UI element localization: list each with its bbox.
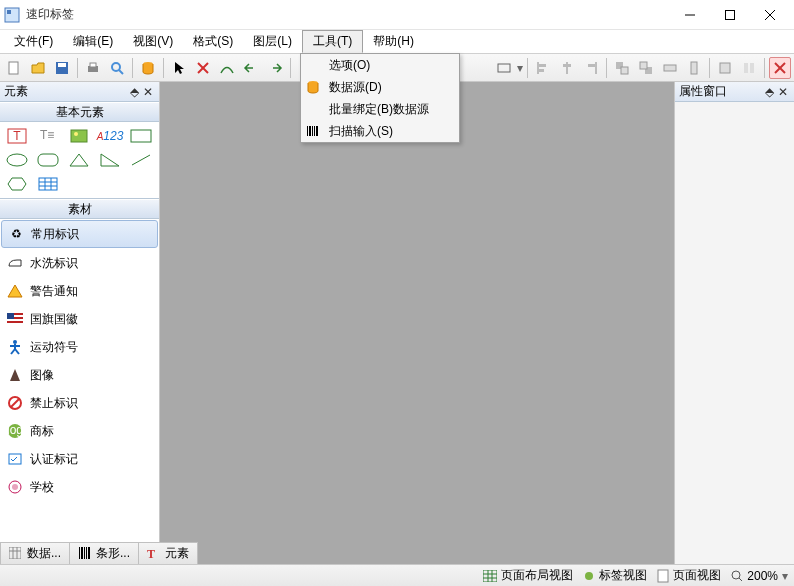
- print-icon[interactable]: [82, 57, 104, 79]
- material-item-common[interactable]: ♻常用标识: [1, 220, 158, 248]
- basic-elements-header[interactable]: 基本元素: [0, 102, 159, 122]
- separator: [527, 58, 528, 78]
- material-item-flag[interactable]: 国旗国徽: [0, 305, 159, 333]
- svg-rect-60: [7, 313, 14, 319]
- basic-elements-grid: T T≡ A123: [0, 122, 159, 198]
- label-view-button[interactable]: 标签视图: [583, 567, 647, 584]
- text-tool-icon[interactable]: T: [4, 126, 30, 146]
- image-tool-icon[interactable]: [66, 126, 92, 146]
- barcode-icon: [78, 547, 92, 561]
- undo-icon[interactable]: [240, 57, 262, 79]
- separator: [764, 58, 765, 78]
- menu-scaninput[interactable]: 扫描输入(S): [301, 120, 459, 142]
- zoom-dropdown-icon[interactable]: ▾: [782, 569, 788, 583]
- close-button[interactable]: [750, 1, 790, 29]
- hexagon-icon[interactable]: [4, 174, 30, 194]
- material-item-image[interactable]: 图像: [0, 361, 159, 389]
- menu-options[interactable]: 选项(O): [301, 54, 459, 76]
- tab-element[interactable]: T元素: [138, 542, 198, 564]
- pin-icon[interactable]: ⬘: [762, 85, 776, 99]
- zoom-value: 200%: [747, 569, 778, 583]
- menu-batchbind[interactable]: 批量绑定(B)数据源: [301, 98, 459, 120]
- preview-icon[interactable]: [106, 57, 128, 79]
- cancel-tool-icon[interactable]: [769, 57, 791, 79]
- zoom-control[interactable]: 200% ▾: [731, 569, 788, 583]
- rounded-rect-icon[interactable]: [35, 150, 61, 170]
- design-canvas[interactable]: [160, 82, 674, 564]
- svg-rect-19: [539, 69, 544, 72]
- material-item-forbidden[interactable]: 禁止标识: [0, 389, 159, 417]
- line-icon[interactable]: [128, 150, 154, 170]
- tab-barcode[interactable]: 条形...: [69, 542, 139, 564]
- svg-point-47: [7, 154, 27, 166]
- material-item-sport[interactable]: 运动符号: [0, 333, 159, 361]
- group2-icon[interactable]: [635, 57, 657, 79]
- svg-rect-82: [483, 570, 497, 582]
- tab-data[interactable]: 数据...: [0, 542, 70, 564]
- delete-icon[interactable]: [192, 57, 214, 79]
- group1-icon[interactable]: [611, 57, 633, 79]
- pointer-icon[interactable]: [168, 57, 190, 79]
- align-center-icon[interactable]: [556, 57, 578, 79]
- group4-icon[interactable]: [683, 57, 705, 79]
- table-icon[interactable]: [35, 174, 61, 194]
- materials-header[interactable]: 素材: [0, 199, 159, 219]
- separator: [709, 58, 710, 78]
- database-icon[interactable]: [137, 57, 159, 79]
- svg-rect-44: [71, 130, 87, 142]
- material-item-trademark[interactable]: log商标: [0, 417, 159, 445]
- maximize-button[interactable]: [710, 1, 750, 29]
- no-icon: [6, 394, 24, 412]
- svg-rect-48: [38, 154, 58, 166]
- svg-rect-39: [314, 126, 315, 136]
- close-icon[interactable]: ✕: [141, 85, 155, 99]
- page-icon: [657, 569, 669, 583]
- material-item-cert[interactable]: 认证标记: [0, 445, 159, 473]
- status-bar: 页面布局视图 标签视图 页面视图 200% ▾: [0, 564, 794, 586]
- redo-icon[interactable]: [264, 57, 286, 79]
- svg-point-61: [13, 340, 17, 344]
- rect-shape-icon[interactable]: [128, 126, 154, 146]
- material-item-warning[interactable]: 警告通知: [0, 277, 159, 305]
- layout2-icon[interactable]: [738, 57, 760, 79]
- menu-format[interactable]: 格式(S): [183, 30, 243, 53]
- open-icon[interactable]: [27, 57, 49, 79]
- save-icon[interactable]: [51, 57, 73, 79]
- blank-icon: [305, 57, 321, 73]
- warning-icon: [6, 282, 24, 300]
- window-titlebar: 速印标签: [0, 0, 794, 30]
- menu-datasource[interactable]: 数据源(D): [301, 76, 459, 98]
- right-triangle-icon[interactable]: [97, 150, 123, 170]
- close-icon[interactable]: ✕: [776, 85, 790, 99]
- svg-rect-80: [86, 547, 87, 559]
- material-item-school[interactable]: 学校: [0, 473, 159, 501]
- pin-icon[interactable]: ⬘: [127, 85, 141, 99]
- page-view-button[interactable]: 页面视图: [657, 567, 721, 584]
- curve-icon[interactable]: [216, 57, 238, 79]
- menu-edit[interactable]: 编辑(E): [63, 30, 123, 53]
- material-item-wash[interactable]: 水洗标识: [0, 249, 159, 277]
- layout-view-button[interactable]: 页面布局视图: [483, 567, 573, 584]
- cert-icon: [6, 450, 24, 468]
- minimize-button[interactable]: [670, 1, 710, 29]
- menu-view[interactable]: 视图(V): [123, 30, 183, 53]
- menu-file[interactable]: 文件(F): [4, 30, 63, 53]
- seal-icon: [6, 478, 24, 496]
- textbox-tool-icon[interactable]: T≡: [35, 126, 61, 146]
- iron-icon: [6, 254, 24, 272]
- new-icon[interactable]: [3, 57, 25, 79]
- autotext-tool-icon[interactable]: A123: [97, 126, 123, 146]
- triangle-icon[interactable]: [66, 150, 92, 170]
- menu-help[interactable]: 帮助(H): [363, 30, 424, 53]
- svg-rect-16: [498, 64, 510, 72]
- svg-rect-50: [39, 178, 57, 190]
- menu-tools[interactable]: 工具(T): [302, 30, 363, 53]
- layout1-icon[interactable]: [714, 57, 736, 79]
- menu-layer[interactable]: 图层(L): [243, 30, 302, 53]
- rect-tool-icon[interactable]: [493, 57, 515, 79]
- align-right-icon[interactable]: [580, 57, 602, 79]
- group3-icon[interactable]: [659, 57, 681, 79]
- align-left-icon[interactable]: [532, 57, 554, 79]
- ellipse-shape-icon[interactable]: [4, 150, 30, 170]
- dot-icon: [583, 570, 595, 582]
